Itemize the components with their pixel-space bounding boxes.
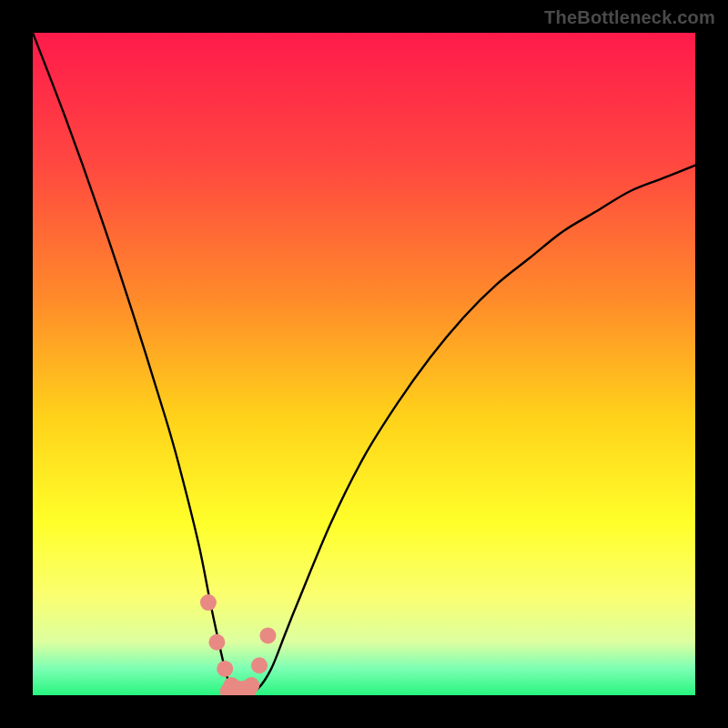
chart-frame: TheBottleneck.com <box>0 0 728 728</box>
optimal-marker-dot <box>259 627 276 643</box>
plot-area <box>33 33 695 695</box>
optimal-marker-dot <box>200 594 217 611</box>
curve-layer <box>33 33 695 695</box>
optimal-marker-dot <box>243 677 259 693</box>
bottleneck-curve <box>33 33 695 695</box>
optimal-marker-dot <box>251 657 268 673</box>
watermark-text: TheBottleneck.com <box>544 7 715 28</box>
optimal-marker-dot <box>208 634 225 651</box>
optimal-marker-dot <box>217 661 233 677</box>
